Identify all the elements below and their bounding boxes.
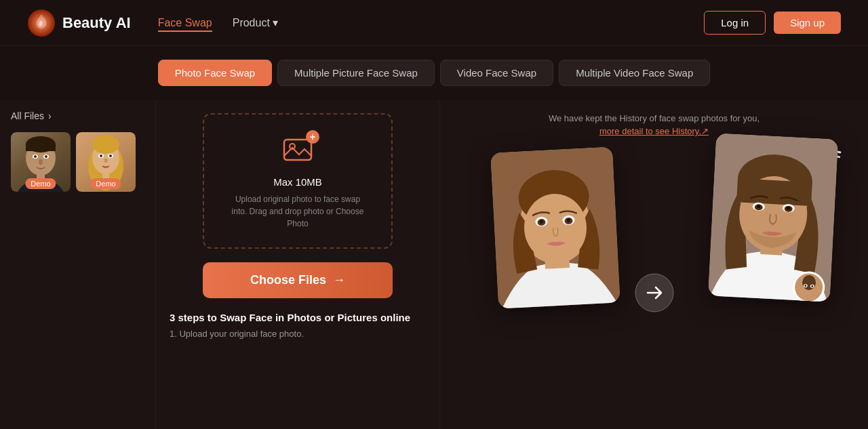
male-portrait-svg bbox=[708, 133, 838, 302]
tab-photo-face-swap[interactable]: Photo Face Swap bbox=[158, 60, 272, 86]
svg-point-15 bbox=[100, 155, 102, 157]
chevron-right-icon: › bbox=[48, 110, 52, 121]
tab-multiple-picture[interactable]: Multiple Picture Face Swap bbox=[277, 60, 435, 86]
demo-badge-female: Demo bbox=[90, 178, 121, 189]
file-sidebar: All Files › bbox=[0, 100, 156, 429]
upload-plus-icon: + bbox=[306, 130, 319, 144]
logo[interactable]: Beauty AI bbox=[27, 9, 131, 37]
tabs-section: Photo Face Swap Multiple Picture Face Sw… bbox=[0, 46, 868, 100]
svg-point-17 bbox=[104, 159, 108, 163]
photo-card-female bbox=[490, 146, 620, 308]
choose-files-label: Choose Files bbox=[250, 273, 326, 287]
svg-rect-19 bbox=[284, 140, 311, 160]
upload-dropzone[interactable]: + Max 10MB Upload original photo to face… bbox=[203, 113, 393, 249]
male-photo-bg bbox=[708, 133, 838, 302]
main-nav: Face Swap Product ▾ bbox=[158, 16, 278, 29]
photo-card-male bbox=[708, 133, 838, 302]
demo-thumbnails: Demo bbox=[11, 132, 144, 192]
female-portrait-svg bbox=[490, 146, 620, 308]
left-panel: All Files › bbox=[0, 100, 439, 429]
demo-thumb-female[interactable]: Demo bbox=[76, 132, 136, 192]
header-right: Log in Sign up bbox=[704, 11, 841, 35]
upload-icon-wrapper: + bbox=[281, 133, 314, 168]
tab-video-face-swap[interactable]: Video Face Swap bbox=[440, 60, 553, 86]
upload-section: + Max 10MB Upload original photo to face… bbox=[156, 100, 439, 429]
svg-rect-3 bbox=[26, 144, 56, 151]
demo-thumb-male[interactable]: Demo bbox=[11, 132, 71, 192]
header-left: Beauty AI Face Swap Product ▾ bbox=[27, 9, 278, 37]
face-swap-illustration bbox=[454, 136, 854, 423]
main-content: All Files › bbox=[0, 100, 868, 429]
all-files-link[interactable]: All Files › bbox=[11, 110, 144, 121]
history-link[interactable]: more detail to see History.↗ bbox=[599, 126, 709, 136]
arrow-right-icon: → bbox=[333, 273, 345, 287]
swap-arrow-svg bbox=[634, 272, 675, 313]
steps-title: 3 steps to Swap Face in Photos or Pictur… bbox=[170, 312, 410, 323]
login-button[interactable]: Log in bbox=[704, 11, 766, 35]
header: Beauty AI Face Swap Product ▾ Log in Sig… bbox=[0, 0, 868, 46]
upload-description: Upload original photo to face swap into.… bbox=[230, 193, 366, 230]
choose-files-button[interactable]: Choose Files → bbox=[203, 262, 393, 298]
svg-rect-37 bbox=[736, 178, 812, 206]
svg-point-6 bbox=[34, 155, 37, 158]
svg-point-16 bbox=[109, 155, 112, 157]
nav-faceswap[interactable]: Face Swap bbox=[158, 17, 212, 29]
step-1-text: 1. Upload your original face photo. bbox=[170, 329, 304, 339]
svg-point-8 bbox=[39, 159, 43, 165]
history-text: We have kept the History of face swap ph… bbox=[549, 113, 760, 123]
svg-point-7 bbox=[45, 155, 47, 158]
svg-point-12 bbox=[92, 135, 119, 154]
upload-max-size: Max 10MB bbox=[273, 176, 322, 188]
logo-text: Beauty AI bbox=[62, 14, 131, 32]
chevron-down-icon: ▾ bbox=[273, 16, 278, 29]
tab-multiple-video[interactable]: Multiple Video Face Swap bbox=[559, 60, 710, 86]
demo-badge-male: Demo bbox=[25, 178, 56, 189]
signup-button[interactable]: Sign up bbox=[774, 12, 841, 34]
logo-icon bbox=[27, 9, 56, 37]
female-photo-bg bbox=[490, 146, 620, 308]
right-panel: We have kept the History of face swap ph… bbox=[439, 100, 868, 429]
swap-arrow-container bbox=[634, 272, 675, 316]
nav-product[interactable]: Product ▾ bbox=[233, 16, 278, 29]
